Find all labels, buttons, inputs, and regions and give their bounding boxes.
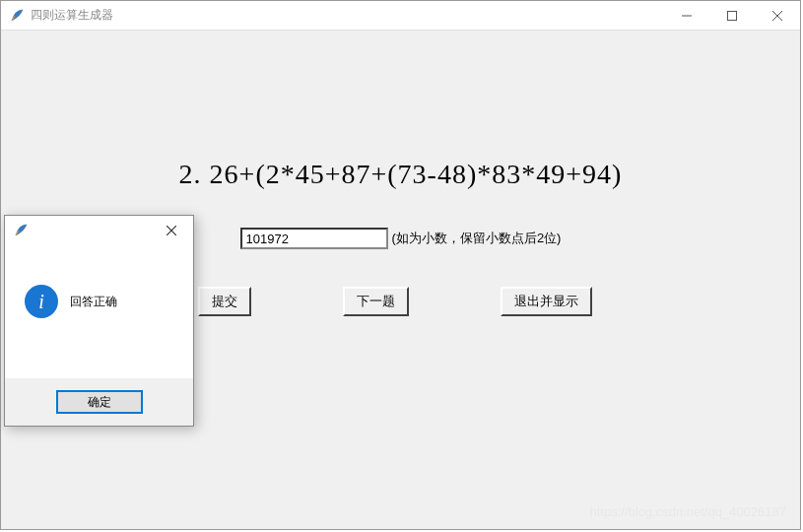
dialog-message: 回答正确 [70, 294, 117, 310]
message-dialog: i 回答正确 确定 [4, 215, 194, 427]
window-title: 四则运算生成器 [31, 7, 113, 24]
dialog-app-icon [13, 223, 29, 238]
watermark: https://blog.csdn.net/qq_40026187 [590, 504, 787, 519]
dialog-footer: 确定 [5, 378, 193, 426]
close-button[interactable] [755, 1, 800, 31]
minimize-button[interactable] [664, 1, 709, 31]
maximize-button[interactable] [709, 1, 755, 31]
answer-input[interactable] [240, 228, 388, 249]
answer-hint: (如为小数，保留小数点后2位) [392, 230, 562, 247]
window-controls [664, 1, 800, 31]
dialog-body: i 回答正确 [5, 245, 193, 338]
exit-button[interactable]: 退出并显示 [501, 287, 592, 316]
button-row: 提交 下一题 退出并显示 [198, 287, 592, 316]
next-button[interactable]: 下一题 [343, 287, 409, 316]
svg-rect-1 [728, 11, 737, 20]
titlebar: 四则运算生成器 [1, 1, 800, 31]
dialog-ok-button[interactable]: 确定 [56, 390, 143, 414]
submit-button[interactable]: 提交 [198, 287, 251, 316]
dialog-titlebar [5, 216, 193, 245]
info-icon: i [25, 285, 58, 318]
question-text: 2. 26+(2*45+87+(73-48)*83*49+94) [1, 159, 800, 190]
app-icon [9, 8, 25, 24]
dialog-close-button[interactable] [149, 216, 193, 245]
